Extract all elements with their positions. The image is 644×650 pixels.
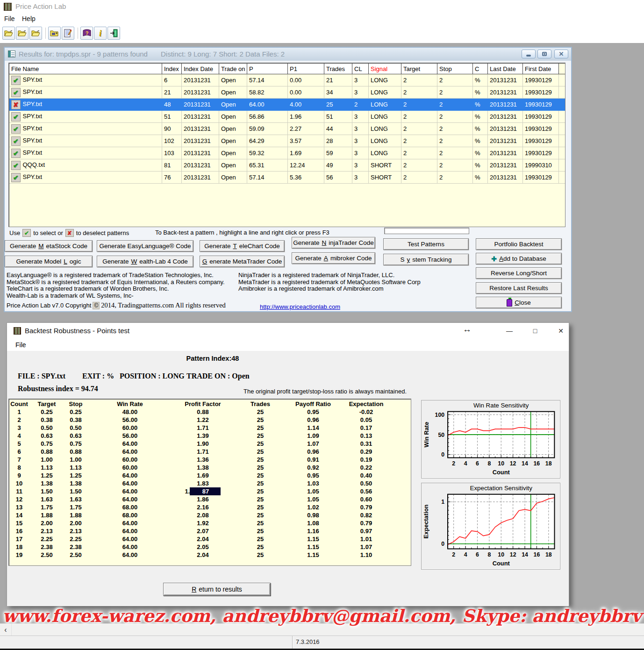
check-icon[interactable]: ✔ <box>11 136 21 146</box>
cross-icon[interactable]: ✘ <box>11 100 21 109</box>
generate-ninjatrader-code-button[interactable]: Generate NinjaTrader Code <box>292 237 375 249</box>
result-row[interactable]: ✔SPY.txt9020131231Open59.092.27443LONG22… <box>9 123 566 135</box>
column-header-cl[interactable]: CL <box>352 64 369 74</box>
dialog-minimize-button[interactable]: — <box>501 323 517 339</box>
priceactionlab-link[interactable]: http://www.priceactionlab.com <box>260 303 340 310</box>
check-icon[interactable]: ✔ <box>11 76 21 85</box>
robustness-row[interactable]: 182.382.3864.002.05251.151.07 <box>9 543 411 551</box>
check-icon[interactable]: ✔ <box>11 149 21 158</box>
robustness-row[interactable]: 20.380.3856.001.22250.960.05 <box>9 416 411 424</box>
help-button[interactable]: ? <box>80 27 93 40</box>
cell: 4.00 <box>288 99 324 111</box>
check-icon[interactable]: ✔ <box>11 112 21 121</box>
expectation-sensitivity-chart: 2468101214161801Expectation SensitivityC… <box>421 483 560 570</box>
robustness-row[interactable]: 101.381.3864.001.83251.030.50 <box>9 479 411 487</box>
robustness-row[interactable]: 60.880.8864.001.71250.960.29 <box>9 448 411 456</box>
dialog-close-button[interactable]: ✕ <box>553 323 569 339</box>
robustness-row[interactable]: 71.001.0060.001.36250.910.19 <box>9 456 411 464</box>
robustness-row[interactable]: 50.750.7564.001.90251.070.31 <box>9 440 411 448</box>
menu-file[interactable]: File <box>1 13 18 25</box>
cell: 20131231 <box>488 171 523 184</box>
robustness-row[interactable]: 172.252.2564.002.04251.151.01 <box>9 535 411 543</box>
portfolio-backtest-button[interactable]: Portfolio Backtest <box>476 238 562 250</box>
generate-easylanguage-code-button[interactable]: Generate EasyLanguage® Code <box>97 240 193 252</box>
check-icon[interactable]: ✔ <box>11 161 21 170</box>
column-header-index-date[interactable]: Index Date <box>182 64 219 74</box>
cell: 81 <box>162 159 182 171</box>
column-header-file-name[interactable]: File Name <box>9 64 162 74</box>
column-header-index[interactable]: Index <box>162 64 182 74</box>
close-results-button[interactable]: Close <box>476 297 562 308</box>
about-button[interactable]: i <box>94 27 107 40</box>
column-header-trades[interactable]: Trades <box>324 64 352 74</box>
add-to-database-button[interactable]: ✚ Add to Database <box>476 253 562 264</box>
reverse-long-short-button[interactable]: Reverse Long/Short <box>476 267 562 279</box>
check-icon[interactable]: ✔ <box>11 88 21 97</box>
generate-telechart-code-button[interactable]: Generate TeleChart Code <box>200 240 285 252</box>
column-header-p[interactable]: P <box>247 64 288 74</box>
generate-model-logic-button[interactable]: Generate Model Logic <box>5 256 93 267</box>
cell: Open <box>219 74 247 86</box>
test-patterns-button[interactable]: Test Patterns <box>383 238 469 250</box>
robustness-row[interactable]: 141.881.8868.002.08250.980.82 <box>9 511 411 519</box>
open-file-button-2[interactable] <box>16 27 29 40</box>
restore-last-results-button[interactable]: Restore Last Results <box>476 282 562 294</box>
minimize-button[interactable] <box>522 50 536 58</box>
database-folder-button[interactable] <box>48 27 61 40</box>
result-row[interactable]: ✔SPY.txt620131231Open57.140.00213LONG22%… <box>9 74 566 86</box>
maximize-button[interactable] <box>537 50 551 58</box>
results-titlebar[interactable]: Results for: tmpdps.spr - 9 patterns fou… <box>5 48 571 61</box>
robustness-row[interactable]: 91.251.2564.001.69250.950.40 <box>9 471 411 479</box>
robustness-row[interactable]: 162.132.1364.002.07251.160.97 <box>9 527 411 535</box>
system-tracking-button[interactable]: System Tracking <box>383 254 469 265</box>
robustness-row[interactable]: 131.751.7568.002.16251.020.79 <box>9 503 411 511</box>
generate-wealthlab-code-button[interactable]: Generate Wealth-Lab 4 Code <box>97 256 193 267</box>
column-header-p1[interactable]: P1 <box>288 64 324 74</box>
column-header-target[interactable]: Target <box>401 64 437 74</box>
dialog-titlebar[interactable]: Backtest Robustness - Points test ↔ — □ … <box>7 323 569 339</box>
result-row[interactable]: ✔SPY.txt10320131231Open59.321.69593LONG2… <box>9 147 566 159</box>
open-file-button-3[interactable] <box>29 27 42 40</box>
robustness-cell: 2.00 <box>64 519 87 527</box>
robustness-row[interactable]: 111.501.5064.001.87251.050.56 <box>9 487 411 495</box>
robustness-row[interactable]: 121.631.6364.001.86251.050.60 <box>9 495 411 503</box>
column-header-first-date[interactable]: First Date <box>523 64 559 74</box>
robustness-row[interactable]: 30.500.5060.001.71251.140.17 <box>9 424 411 432</box>
robustness-row[interactable]: 10.250.2548.000.88250.95-0.02 <box>9 408 411 416</box>
robustness-cell: 17 <box>9 535 29 543</box>
generate-metatrader-code-button[interactable]: Generate MetaTrader Code <box>200 256 285 267</box>
file-name: SPY.txt <box>23 125 43 132</box>
open-file-button[interactable] <box>2 27 15 40</box>
menu-help[interactable]: Help <box>19 13 39 25</box>
robustness-cell: 25 <box>233 503 287 511</box>
column-header-stop[interactable]: Stop <box>437 64 473 74</box>
robustness-row[interactable]: 152.002.0064.001.92251.080.79 <box>9 519 411 527</box>
cell: 3 <box>352 111 369 123</box>
robustness-row[interactable]: 192.502.5064.002.04251.151.10 <box>9 551 411 559</box>
result-row[interactable]: ✔QQQ.txt8120131231Open65.3112.24493SHORT… <box>9 159 566 171</box>
return-to-results-button[interactable]: Return to results <box>163 583 271 596</box>
close-button[interactable]: ✕ <box>554 50 568 58</box>
check-icon[interactable]: ✔ <box>11 124 21 134</box>
result-row[interactable]: ✔SPY.txt2120131231Open58.820.00343LONG22… <box>9 86 566 99</box>
column-header-last-date[interactable]: Last Date <box>488 64 523 74</box>
dialog-maximize-button[interactable]: □ <box>527 323 543 339</box>
robustness-row[interactable]: 81.131.1360.001.38250.920.22 <box>9 464 411 471</box>
column-header-c[interactable]: C <box>473 64 488 74</box>
exit-button[interactable] <box>107 27 120 40</box>
result-row[interactable]: ✔SPY.txt10220131231Open64.293.57283LONG2… <box>9 135 566 147</box>
generate-amibroker-code-button[interactable]: Generate Amibroker Code <box>292 252 375 264</box>
svg-text:14: 14 <box>522 460 528 467</box>
robustness-row[interactable]: 40.630.6356.001.39251.090.13 <box>9 432 411 440</box>
cell: 20131231 <box>488 135 523 147</box>
check-icon[interactable]: ✔ <box>11 173 21 182</box>
dialog-menu-file[interactable]: File <box>15 339 26 351</box>
info-icon: i <box>99 29 101 38</box>
column-header-signal[interactable]: Signal <box>369 64 401 74</box>
result-row[interactable]: ✘SPY.txt4820131231Open64.004.00252LONG22… <box>9 99 566 111</box>
edit-notepad-button[interactable] <box>62 27 74 40</box>
result-row[interactable]: ✔SPY.txt5120131231Open56.861.96513LONG22… <box>9 111 566 123</box>
column-header-trade-on[interactable]: Trade on <box>219 64 247 74</box>
result-row[interactable]: ✔SPY.txt7620131231Open57.145.36563SHORT2… <box>9 171 566 184</box>
generate-metastock-code-button[interactable]: Generate MetaStock Code <box>5 240 93 252</box>
